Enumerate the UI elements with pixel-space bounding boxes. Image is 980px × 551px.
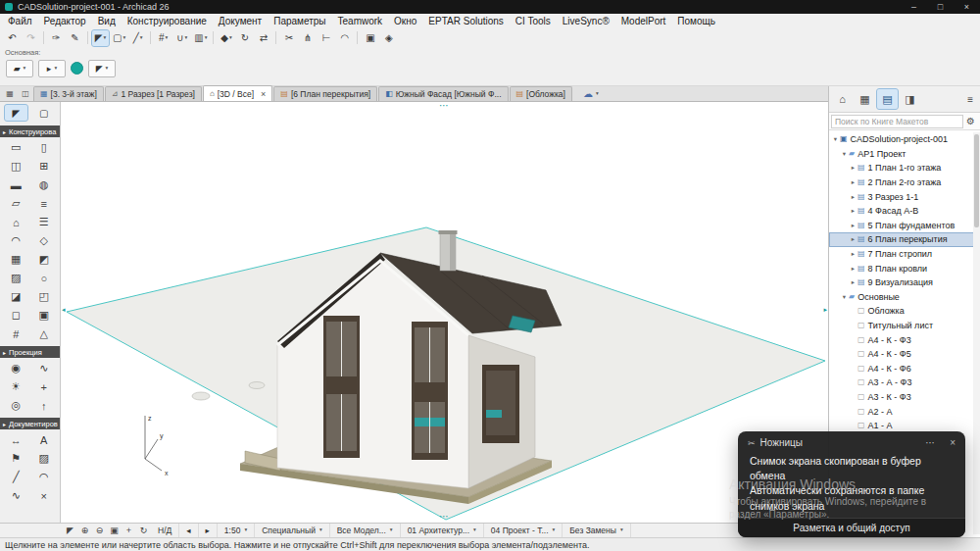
spline-tool-button[interactable]: ∿ (2, 486, 30, 505)
menu-item-0[interactable]: Файл (2, 16, 38, 26)
gravity-button[interactable]: ∪▾ (173, 30, 190, 46)
grid-tool-button[interactable]: # (2, 325, 30, 343)
arc-tool-button[interactable]: ◠ (30, 468, 59, 486)
shell-tool-button[interactable]: ◠ (2, 231, 30, 250)
menu-item-5[interactable]: Параметры (268, 16, 331, 26)
pane-splitter-right-icon[interactable]: ▸ (823, 306, 827, 314)
wall-end-tool-button[interactable]: ◻ (2, 306, 30, 325)
pen-set-select[interactable]: Специальный▾ (255, 524, 330, 537)
settings-gear-icon[interactable]: ⚙ (963, 116, 978, 126)
zoom-out-button[interactable]: ⊖ (92, 526, 107, 535)
zoom-value-button[interactable]: Н/Д (151, 524, 179, 537)
tab-close-icon[interactable]: × (261, 89, 266, 99)
menu-item-9[interactable]: CI Tools (510, 16, 557, 26)
stair-tool-button[interactable]: ≡ (30, 194, 59, 213)
pane-handle-bottom[interactable]: ⋯ (439, 512, 450, 522)
morph-tool-button[interactable]: ◇ (30, 231, 59, 250)
menu-item-10[interactable]: LiveSync® (557, 16, 615, 26)
panel-scrollbar[interactable] (973, 132, 980, 534)
tree-row[interactable]: ▾▣CADSolution-project-001 (829, 132, 980, 147)
default-arrow-button[interactable]: ◤▾ (88, 60, 116, 77)
chevron-right-icon[interactable]: ▸ (849, 207, 858, 215)
wall-tool-button[interactable]: ▭ (2, 138, 30, 157)
adjust-button[interactable]: ⊢ (318, 30, 334, 46)
dimension-tool-button[interactable]: ↔ (2, 430, 30, 449)
label-tool-button[interactable]: ⚑ (2, 449, 30, 468)
chevron-right-icon[interactable]: ▸ (849, 193, 858, 201)
fillet-button[interactable]: ◠ (336, 30, 353, 46)
pane-handle-top[interactable]: ⋯ (439, 102, 450, 111)
opening-tool-button[interactable]: ▣ (30, 306, 59, 325)
menu-item-3[interactable]: Конструирование (122, 16, 213, 26)
axis-tool-button[interactable]: + (30, 377, 59, 396)
railing-tool-button[interactable]: ☰ (30, 213, 59, 231)
tree-row[interactable]: ▸▤5 План фундаментов (829, 219, 980, 233)
scrollbar-thumb[interactable] (974, 134, 979, 227)
chevron-down-icon[interactable]: ▾ (840, 150, 849, 158)
tree-row[interactable]: ▢Обложка (829, 304, 980, 319)
dimension-style-select[interactable]: Без Замены▾ (563, 524, 630, 537)
split-view-button[interactable]: ◫ (19, 87, 32, 100)
maximize-button[interactable]: □ (927, 0, 954, 14)
tree-row[interactable]: ▸▤8 План кровли (829, 261, 980, 276)
menu-item-12[interactable]: Помощь (671, 16, 721, 26)
path-tool-button[interactable]: ∿ (30, 359, 59, 377)
corner-window-tool-button[interactable]: ◰ (30, 287, 59, 306)
grid-snap-button[interactable]: #▾ (155, 30, 172, 46)
zone-tool-button[interactable]: ◩ (30, 250, 59, 269)
mirror-button[interactable]: ⇄ (255, 30, 271, 46)
tree-row[interactable]: ▸▤1 План 1-го этажа (829, 161, 980, 175)
navigator-menu-icon[interactable]: ≡ (963, 94, 977, 105)
chevron-right-icon[interactable]: ▸ (849, 265, 858, 273)
teamwork-cloud-button[interactable]: ☁▾ (583, 88, 599, 99)
select-button[interactable]: ◤ (63, 526, 77, 535)
guide-lines-button[interactable]: ▥▾ (192, 30, 209, 46)
pickup-parameters-button[interactable]: ✑ (48, 30, 65, 46)
chevron-down-icon[interactable]: ▾ (840, 293, 849, 301)
tab-3[interactable]: ⌂[3D / Все]× (203, 85, 272, 101)
pane-splitter-left-icon[interactable]: ◂ (62, 306, 66, 314)
tab-6[interactable]: ▤[Обложка] (510, 86, 572, 101)
tree-row[interactable]: ▾▰АР1 Проект (829, 147, 980, 162)
arrow-tool-button[interactable]: ◤ (5, 105, 27, 121)
history-back-button[interactable]: ◂ (179, 524, 198, 537)
hotspot-tool-button[interactable]: × (30, 486, 59, 505)
menu-item-7[interactable]: Окно (388, 16, 422, 26)
menu-item-1[interactable]: Редактор (38, 16, 92, 26)
minimize-button[interactable]: – (901, 0, 927, 14)
north-tool-button[interactable]: ↑ (30, 396, 59, 415)
beam-tool-button[interactable]: ▬ (2, 175, 30, 194)
toolbox-section-header-2[interactable]: ▸Документиров (0, 418, 60, 429)
project-map-button[interactable]: ⌂ (832, 89, 853, 109)
marker-tool-button[interactable]: ◎ (2, 396, 30, 415)
fit-view-button[interactable]: ▣ (107, 526, 122, 535)
tree-row[interactable]: ▸▤4 Фасад А-В (829, 204, 980, 219)
notification-menu-icon[interactable]: ⋯ (925, 437, 935, 448)
slab-tool-button[interactable]: ▱ (2, 194, 30, 213)
zoom-in-button[interactable]: ⊕ (77, 526, 92, 535)
tree-row[interactable]: ▢А3 - А - Ф3 (829, 376, 980, 390)
chevron-right-icon[interactable]: ▸ (849, 222, 858, 229)
tab-1[interactable]: ▦[3. 3-й этаж] (33, 86, 104, 101)
orbit-button[interactable]: ↻ (136, 526, 151, 535)
tree-row[interactable]: ▸▤7 План стропил (829, 247, 980, 262)
select-arrow-button[interactable]: ◤▾ (92, 30, 109, 46)
view-preset-select[interactable]: 04 Проект - Т...▾ (484, 524, 563, 537)
line-type-button[interactable]: ▸▾ (38, 60, 66, 77)
tab-overview-button[interactable]: ▦ (3, 87, 17, 100)
menu-item-4[interactable]: Документ (213, 16, 268, 26)
chevron-right-icon[interactable]: ▸ (849, 178, 858, 186)
door-tool-button[interactable]: ◫ (2, 157, 30, 175)
pen-set-button[interactable]: ▰▾ (6, 60, 33, 77)
split-button[interactable]: ⋔ (299, 30, 316, 46)
toolbox-section-header-1[interactable]: ▸Проекция (0, 346, 60, 358)
tree-row[interactable]: ▸▤6 План перекрытия (829, 232, 980, 247)
archicad-start-button[interactable] (71, 62, 83, 75)
marquee-tool-button[interactable]: ▢ (33, 105, 56, 121)
tree-row[interactable]: ▸▤3 Разрез 1-1 (829, 189, 980, 204)
lamp-tool-button[interactable]: ○ (30, 269, 59, 287)
chevron-right-icon[interactable]: ▸ (849, 235, 858, 243)
menu-item-6[interactable]: Teamwork (332, 16, 389, 26)
tree-row[interactable]: ▢А4 - К - Ф6 (829, 362, 980, 376)
model-filter-select[interactable]: Все Модел...▾ (330, 524, 401, 537)
